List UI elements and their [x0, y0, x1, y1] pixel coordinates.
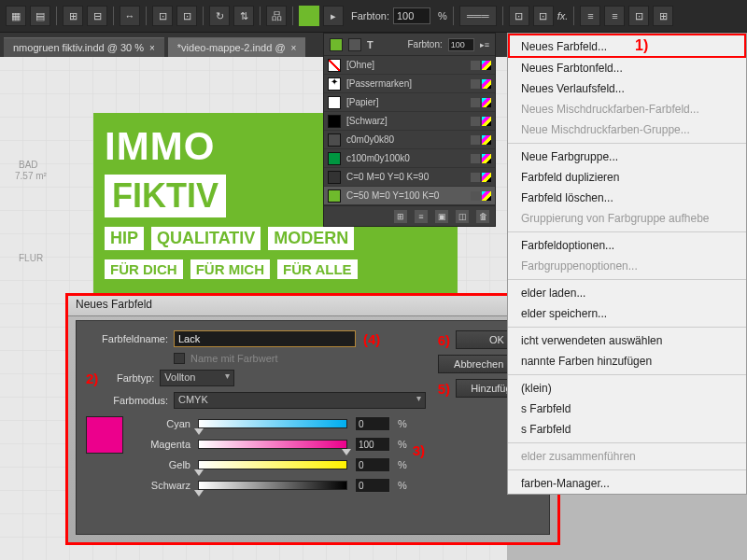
menu-separator: [508, 469, 746, 470]
tool-btn[interactable]: ⊞: [653, 6, 673, 26]
swatch-color-icon: [328, 189, 341, 203]
tool-btn[interactable]: ⊡: [533, 6, 554, 26]
doc-tab[interactable]: nmogruen fiktiv.indd @ 30 %×: [4, 37, 164, 57]
tool-btn[interactable]: ⊡: [152, 6, 173, 26]
stroke-icon[interactable]: [348, 38, 361, 51]
dialog-title: Neues Farbfeld: [68, 296, 557, 316]
slider-thumb[interactable]: [194, 428, 204, 435]
slider-track[interactable]: [198, 440, 347, 449]
fill-icon[interactable]: [330, 38, 343, 51]
annotation: 3): [413, 442, 425, 458]
slider-value-input[interactable]: [355, 457, 390, 472]
slider-track[interactable]: [198, 481, 347, 490]
swatch-row[interactable]: [Schwarz]: [324, 112, 495, 131]
divider: [573, 7, 574, 25]
tool-btn[interactable]: ⊞: [63, 6, 83, 26]
slider-thumb[interactable]: [194, 490, 204, 497]
tool-btn[interactable]: ↻: [209, 6, 230, 26]
menu-item[interactable]: Farbfeldoptionen...: [508, 235, 746, 256]
tint-input[interactable]: [393, 7, 430, 24]
close-icon[interactable]: ×: [291, 43, 297, 53]
color-mode-select[interactable]: CMYK: [174, 392, 426, 409]
menu-separator: [508, 279, 746, 280]
swatch-color-icon: [328, 171, 341, 184]
doc-tab[interactable]: *video-mappe-2.indd @×: [168, 37, 306, 57]
tool-btn[interactable]: ≡: [604, 6, 625, 26]
slider-value-input[interactable]: [355, 437, 390, 452]
text-icon[interactable]: T: [367, 39, 374, 50]
new-swatch-dialog: Neues Farbfeld Farbfeldname: (4) Name mi…: [68, 296, 557, 542]
tool-btn[interactable]: ▸: [323, 6, 344, 26]
menu-item[interactable]: Neues Farbfeld...1): [508, 34, 746, 58]
slider-thumb[interactable]: [342, 449, 351, 455]
slider-value-input[interactable]: [355, 478, 390, 493]
menu-item: Farbgruppenoptionen...: [508, 256, 746, 276]
swatch-row[interactable]: c0m0y0k80: [324, 131, 495, 149]
pct-label: %: [398, 418, 407, 429]
tool-btn[interactable]: ⊡: [176, 6, 197, 26]
color-preview: [86, 416, 123, 454]
swatch-row[interactable]: C=50 M=0 Y=100 K=0: [324, 187, 495, 205]
swatch-row[interactable]: [Passermarken]: [324, 75, 495, 93]
swatch-list: [Ohne][Passermarken][Papier][Schwarz]c0m…: [324, 56, 495, 205]
slider-thumb[interactable]: [194, 469, 204, 476]
tool-btn[interactable]: ≡: [580, 6, 600, 26]
swatch-indicators: [471, 135, 491, 145]
list-icon[interactable]: ≡: [415, 210, 428, 223]
slider-track[interactable]: [198, 419, 347, 428]
fill-color-icon[interactable]: [299, 6, 319, 26]
tool-btn[interactable]: ⊟: [87, 6, 107, 26]
annotation: (4): [363, 331, 380, 347]
menu-item[interactable]: Farbfeld löschen...: [508, 188, 746, 208]
trash-icon[interactable]: 🗑: [476, 210, 489, 223]
slider-track[interactable]: [198, 460, 347, 469]
menu-item[interactable]: s Farbfeld: [508, 399, 746, 419]
slider-value-input[interactable]: [355, 416, 390, 431]
menu-item[interactable]: Neues Verlaufsfeld...: [508, 78, 746, 99]
divider: [146, 7, 147, 25]
tint-label: Farbton:: [351, 10, 389, 21]
panel-menu-icon[interactable]: ▸≡: [480, 40, 489, 49]
tool-btn[interactable]: ⊡: [628, 6, 649, 26]
tool-btn[interactable]: ═══: [459, 6, 497, 26]
close-icon[interactable]: ×: [149, 43, 155, 53]
swatch-row[interactable]: [Ohne]: [324, 56, 495, 75]
fx-label[interactable]: fx.: [557, 10, 569, 21]
tool-btn[interactable]: ▤: [30, 6, 50, 26]
swatch-row[interactable]: C=0 M=0 Y=0 K=90: [324, 168, 495, 187]
slider-row: Cyan%: [134, 416, 407, 431]
mode-label: Farbmodus:: [86, 395, 168, 406]
tool-btn[interactable]: 品: [266, 6, 287, 26]
menu-item: Gruppierung von Farbgruppe aufhebe: [508, 208, 746, 229]
tool-btn[interactable]: ▦: [6, 6, 26, 26]
tool-btn[interactable]: ⊡: [509, 6, 529, 26]
swatch-name-input[interactable]: [174, 330, 356, 347]
menu-item[interactable]: farben-Manager...: [508, 473, 746, 494]
swatch-indicators: [471, 98, 491, 107]
slider-row: Magenta%: [134, 437, 407, 452]
new-swatch-icon[interactable]: ◫: [456, 210, 469, 223]
swatch-name: [Papier]: [346, 97, 465, 107]
swatch-name: [Schwarz]: [346, 116, 465, 126]
color-type-select[interactable]: Vollton: [160, 370, 234, 386]
menu-item[interactable]: Farbfeld duplizieren: [508, 167, 746, 188]
name-with-value-checkbox[interactable]: [174, 353, 185, 364]
swatches-header: T Farbton: ▸≡: [324, 34, 495, 56]
grid-icon[interactable]: ⊞: [394, 210, 407, 223]
tint-input[interactable]: [448, 38, 474, 51]
tool-btn[interactable]: ⇅: [233, 6, 254, 26]
menu-item[interactable]: (klein): [508, 378, 746, 399]
menu-item[interactable]: Neue Farbgruppe...: [508, 147, 746, 167]
menu-item[interactable]: icht verwendeten auswählen: [508, 330, 746, 351]
menu-item[interactable]: s Farbfeld: [508, 419, 746, 440]
menu-item[interactable]: nannte Farben hinzufügen: [508, 351, 746, 371]
menu-item[interactable]: elder laden...: [508, 283, 746, 303]
tool-btn[interactable]: ↔: [120, 6, 140, 26]
swatch-row[interactable]: c100m0y100k0: [324, 149, 495, 168]
swatch-row[interactable]: [Papier]: [324, 93, 495, 112]
folder-icon[interactable]: ▣: [435, 210, 448, 223]
menu-item[interactable]: Neues Farbtonfeld...: [508, 58, 746, 78]
pct-label: %: [438, 10, 447, 21]
swatch-name: C=50 M=0 Y=100 K=0: [346, 190, 465, 201]
menu-item[interactable]: elder speichern...: [508, 303, 746, 324]
